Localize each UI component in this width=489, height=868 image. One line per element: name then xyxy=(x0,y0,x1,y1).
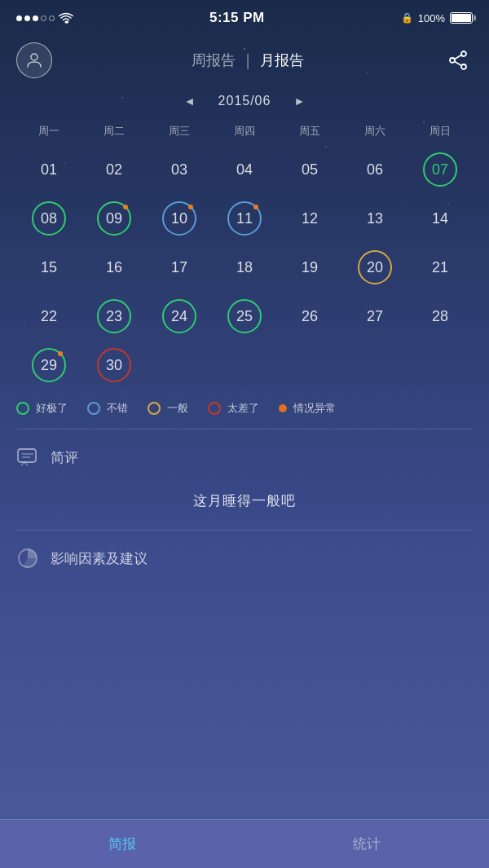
legend-abnormal: 情况异常 xyxy=(279,401,336,416)
status-left xyxy=(16,12,73,24)
battery-percentage: 100% xyxy=(418,12,445,24)
dot-5 xyxy=(49,15,55,21)
svg-point-2 xyxy=(461,51,466,56)
cal-day-26[interactable]: 26 xyxy=(277,293,342,339)
svg-line-5 xyxy=(455,55,461,59)
svg-point-1 xyxy=(31,54,37,60)
signal-dots xyxy=(16,15,55,21)
legend-great-label: 好极了 xyxy=(36,401,68,416)
cal-day-20[interactable]: 20 xyxy=(342,245,408,290)
week-header: 周一 周二 周三 周四 周五 周六 周日 xyxy=(16,121,473,142)
weekday-tue: 周二 xyxy=(82,121,147,142)
cal-day-28[interactable]: 28 xyxy=(408,293,473,339)
legend-great: 好极了 xyxy=(16,401,68,416)
cal-day-09[interactable]: 09 xyxy=(82,196,147,241)
cal-day-17[interactable]: 17 xyxy=(147,245,212,290)
weekday-fri: 周五 xyxy=(277,121,342,142)
cal-day-25[interactable]: 25 xyxy=(212,293,277,339)
legend: 好极了 不错 一般 太差了 情况异常 xyxy=(0,388,489,422)
legend-good: 不错 xyxy=(87,401,128,416)
avatar[interactable] xyxy=(16,42,52,78)
svg-point-3 xyxy=(450,58,455,63)
lock-icon: 🔒 xyxy=(401,12,413,24)
cal-day-10[interactable]: 10 xyxy=(147,196,212,241)
comment-title: 简评 xyxy=(51,448,78,467)
week-report-tab[interactable]: 周报告 xyxy=(192,51,236,70)
next-month-button[interactable]: ► xyxy=(287,91,311,111)
comment-block: 这月睡得一般吧 xyxy=(0,478,489,523)
battery-fill xyxy=(452,14,471,22)
legend-ok-circle xyxy=(148,402,161,415)
header: 周报告 | 月报告 xyxy=(0,36,489,88)
divider-1 xyxy=(16,429,473,430)
share-icon xyxy=(447,50,469,71)
cal-day-06[interactable]: 06 xyxy=(342,147,408,192)
cal-day-11[interactable]: 11 xyxy=(212,196,277,241)
weekday-wed: 周三 xyxy=(147,121,212,142)
cal-empty-3 xyxy=(277,342,342,388)
dot-2 xyxy=(24,15,30,21)
cal-day-18[interactable]: 18 xyxy=(212,245,277,290)
cal-day-22[interactable]: 22 xyxy=(16,293,82,339)
weekday-sat: 周六 xyxy=(342,121,408,142)
tab-stats-label: 统计 xyxy=(353,835,381,853)
share-button[interactable] xyxy=(443,46,473,75)
legend-bad: 太差了 xyxy=(208,401,259,416)
tab-bar: 简报 统计 xyxy=(0,819,489,868)
svg-rect-7 xyxy=(18,449,36,462)
cal-day-02[interactable]: 02 xyxy=(82,147,147,192)
cal-empty-5 xyxy=(408,342,473,388)
cal-day-16[interactable]: 16 xyxy=(82,245,147,290)
legend-bad-label: 太差了 xyxy=(227,401,259,416)
dot-1 xyxy=(16,15,22,21)
cal-day-12[interactable]: 12 xyxy=(277,196,342,241)
wifi-icon xyxy=(59,12,73,24)
status-bar: 5:15 PM 🔒 100% xyxy=(0,0,489,36)
cal-day-07[interactable]: 07 xyxy=(408,147,473,192)
comment-text: 这月睡得一般吧 xyxy=(16,491,473,510)
influence-title: 影响因素及建议 xyxy=(51,549,148,568)
cal-day-24[interactable]: 24 xyxy=(147,293,212,339)
cal-day-15[interactable]: 15 xyxy=(16,245,82,290)
legend-abnormal-label: 情况异常 xyxy=(293,401,336,416)
month-label: 2015/06 xyxy=(218,94,271,108)
tab-brief[interactable]: 简报 xyxy=(0,820,244,868)
month-report-tab[interactable]: 月报告 xyxy=(260,51,304,70)
legend-good-label: 不错 xyxy=(107,401,128,416)
prev-month-button[interactable]: ◄ xyxy=(178,91,202,111)
cal-day-30[interactable]: 30 xyxy=(82,342,147,388)
battery-icon xyxy=(450,12,473,24)
calendar: 周一 周二 周三 周四 周五 周六 周日 01 02 03 04 05 06 0… xyxy=(0,121,489,388)
cal-day-04[interactable]: 04 xyxy=(212,147,277,192)
cal-day-29[interactable]: 29 xyxy=(16,342,82,388)
avatar-icon xyxy=(24,51,44,70)
cal-day-19[interactable]: 19 xyxy=(277,245,342,290)
calendar-grid: 01 02 03 04 05 06 07 08 09 10 11 12 13 1… xyxy=(16,147,473,388)
legend-ok-label: 一般 xyxy=(167,401,188,416)
cal-day-23[interactable]: 23 xyxy=(82,293,147,339)
comment-icon xyxy=(16,446,39,469)
legend-ok: 一般 xyxy=(148,401,188,416)
cal-day-01[interactable]: 01 xyxy=(16,147,82,192)
divider-2 xyxy=(16,530,473,531)
pie-chart-icon xyxy=(16,547,39,570)
svg-line-6 xyxy=(455,62,461,66)
cal-day-27[interactable]: 27 xyxy=(342,293,408,339)
cal-empty-1 xyxy=(147,342,212,388)
report-nav: 周报告 | 月报告 xyxy=(192,51,303,70)
influence-section-header[interactable]: 影响因素及建议 xyxy=(0,537,489,579)
weekday-thu: 周四 xyxy=(212,121,277,142)
cal-day-08[interactable]: 08 xyxy=(16,196,82,241)
cal-day-21[interactable]: 21 xyxy=(408,245,473,290)
nav-divider: | xyxy=(245,51,249,70)
dot-4 xyxy=(41,15,46,21)
legend-great-circle xyxy=(16,402,29,415)
cal-day-05[interactable]: 05 xyxy=(277,147,342,192)
svg-point-0 xyxy=(65,21,68,24)
tab-stats[interactable]: 统计 xyxy=(244,820,489,868)
cal-day-13[interactable]: 13 xyxy=(342,196,408,241)
tab-brief-label: 简报 xyxy=(108,835,136,853)
cal-day-14[interactable]: 14 xyxy=(408,196,473,241)
cal-day-03[interactable]: 03 xyxy=(147,147,212,192)
month-nav: ◄ 2015/06 ► xyxy=(0,88,489,121)
